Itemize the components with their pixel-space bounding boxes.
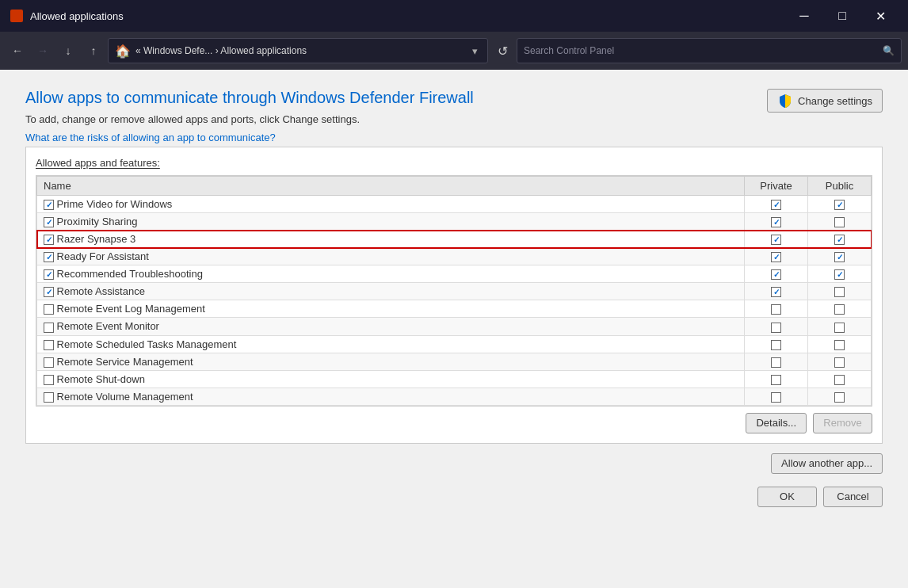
app-private-checkbox[interactable] — [771, 200, 781, 210]
app-public-cell — [808, 231, 872, 248]
app-private-checkbox[interactable] — [771, 287, 781, 297]
app-name-checkbox[interactable] — [44, 287, 54, 297]
app-public-checkbox[interactable] — [834, 392, 845, 403]
address-field[interactable]: 🏠 « Windows Defe... › Allowed applicatio… — [108, 38, 488, 63]
table-row[interactable]: Remote Volume Management — [37, 388, 872, 405]
table-row[interactable]: Razer Synapse 3 — [37, 231, 872, 248]
details-button[interactable]: Details... — [746, 413, 807, 433]
address-bar: ← → ↓ ↑ 🏠 « Windows Defe... › Allowed ap… — [0, 32, 908, 70]
learn-more-link[interactable]: What are the risks of allowing an app to… — [25, 132, 276, 143]
app-name-cell: Prime Video for Windows — [37, 196, 745, 213]
app-private-cell — [745, 231, 808, 248]
app-public-checkbox[interactable] — [834, 252, 845, 262]
page-subtitle: To add, change or remove allowed apps an… — [25, 113, 767, 125]
app-public-checkbox[interactable] — [834, 304, 845, 315]
app-public-checkbox[interactable] — [834, 287, 845, 297]
app-public-checkbox[interactable] — [834, 340, 845, 350]
app-private-cell — [745, 283, 808, 300]
maximize-button[interactable]: □ — [824, 3, 860, 29]
app-public-checkbox[interactable] — [834, 323, 845, 333]
app-public-checkbox[interactable] — [834, 217, 845, 227]
minimize-button[interactable]: ─ — [786, 3, 822, 29]
app-name-checkbox[interactable] — [44, 392, 54, 403]
refresh-button[interactable]: ↺ — [491, 40, 513, 62]
app-public-cell — [808, 213, 872, 231]
app-name-checkbox[interactable] — [44, 375, 54, 385]
panel-label: Allowed apps and features: — [36, 157, 872, 169]
app-name-checkbox[interactable] — [44, 340, 54, 350]
remove-button[interactable]: Remove — [813, 413, 872, 433]
search-input[interactable] — [524, 45, 878, 56]
app-name-cell: Ready For Assistant — [37, 248, 745, 265]
app-private-checkbox[interactable] — [771, 304, 781, 315]
table-row[interactable]: Remote Event Monitor — [37, 318, 872, 335]
allow-another-app-button[interactable]: Allow another app... — [771, 453, 883, 474]
window-title: Allowed applications — [30, 10, 786, 22]
app-private-cell — [745, 213, 808, 231]
app-private-checkbox[interactable] — [771, 269, 781, 280]
app-public-cell — [808, 248, 872, 265]
address-dropdown-icon[interactable]: ▾ — [469, 45, 481, 57]
up-button[interactable]: ↑ — [82, 40, 105, 62]
app-name-checkbox[interactable] — [44, 323, 54, 333]
app-public-cell — [808, 283, 872, 300]
apps-panel: Allowed apps and features: Name Private … — [25, 147, 883, 444]
table-row[interactable]: Remote Scheduled Tasks Management — [37, 335, 872, 353]
app-name-checkbox[interactable] — [44, 357, 54, 368]
app-public-checkbox[interactable] — [834, 200, 845, 210]
app-private-cell — [745, 248, 808, 265]
page-title: Allow apps to communicate through Window… — [25, 89, 767, 107]
dropdown-history-button[interactable]: ↓ — [57, 40, 79, 62]
app-private-checkbox[interactable] — [771, 392, 781, 403]
app-public-cell — [808, 388, 872, 405]
title-bar: Allowed applications ─ □ ✕ — [0, 0, 908, 32]
col-private-header: Private — [745, 177, 808, 196]
cancel-button[interactable]: Cancel — [823, 487, 883, 507]
app-private-checkbox[interactable] — [771, 323, 781, 333]
table-row[interactable]: Recommended Troubleshooting — [37, 265, 872, 283]
app-name-cell: Remote Scheduled Tasks Management — [37, 335, 745, 353]
forward-button[interactable]: → — [32, 40, 54, 62]
app-name-checkbox[interactable] — [44, 269, 54, 280]
app-private-checkbox[interactable] — [771, 217, 781, 227]
apps-table: Name Private Public Prime Video for Wind… — [36, 176, 872, 406]
table-row[interactable]: Proximity Sharing — [37, 213, 872, 231]
window-controls: ─ □ ✕ — [786, 3, 898, 29]
app-private-checkbox[interactable] — [771, 235, 781, 245]
apps-table-container[interactable]: Name Private Public Prime Video for Wind… — [36, 175, 872, 407]
table-row[interactable]: Prime Video for Windows — [37, 196, 872, 213]
app-private-checkbox[interactable] — [771, 252, 781, 262]
app-private-cell — [745, 335, 808, 353]
app-private-checkbox[interactable] — [771, 340, 781, 350]
back-button[interactable]: ← — [6, 40, 29, 62]
app-name-checkbox[interactable] — [44, 200, 54, 210]
change-settings-button[interactable]: Change settings — [767, 89, 883, 113]
close-button[interactable]: ✕ — [862, 3, 898, 29]
address-path: « Windows Defe... › Allowed applications — [135, 45, 464, 56]
svg-rect-3 — [12, 11, 16, 14]
app-public-cell — [808, 370, 872, 388]
app-public-checkbox[interactable] — [834, 269, 845, 280]
table-row[interactable]: Remote Shut-down — [37, 370, 872, 388]
content-area: Allow apps to communicate through Window… — [0, 70, 908, 588]
table-row[interactable]: Remote Service Management — [37, 353, 872, 370]
app-public-checkbox[interactable] — [834, 357, 845, 368]
col-name-header: Name — [37, 177, 745, 196]
app-name-cell: Remote Shut-down — [37, 370, 745, 388]
app-name-checkbox[interactable] — [44, 217, 54, 227]
app-private-checkbox[interactable] — [771, 375, 781, 385]
app-public-checkbox[interactable] — [834, 235, 845, 245]
table-header-row: Name Private Public — [37, 177, 872, 196]
app-name-checkbox[interactable] — [44, 252, 54, 262]
app-name-checkbox[interactable] — [44, 235, 54, 245]
app-private-checkbox[interactable] — [771, 357, 781, 368]
app-public-checkbox[interactable] — [834, 375, 845, 385]
app-name-checkbox[interactable] — [44, 304, 54, 315]
app-name-cell: Razer Synapse 3 — [37, 231, 745, 248]
search-field[interactable]: 🔍 — [517, 38, 902, 63]
table-row[interactable]: Remote Event Log Management — [37, 300, 872, 318]
table-row[interactable]: Ready For Assistant — [37, 248, 872, 265]
table-row[interactable]: Remote Assistance — [37, 283, 872, 300]
ok-button[interactable]: OK — [757, 487, 817, 507]
svg-rect-1 — [12, 15, 16, 21]
